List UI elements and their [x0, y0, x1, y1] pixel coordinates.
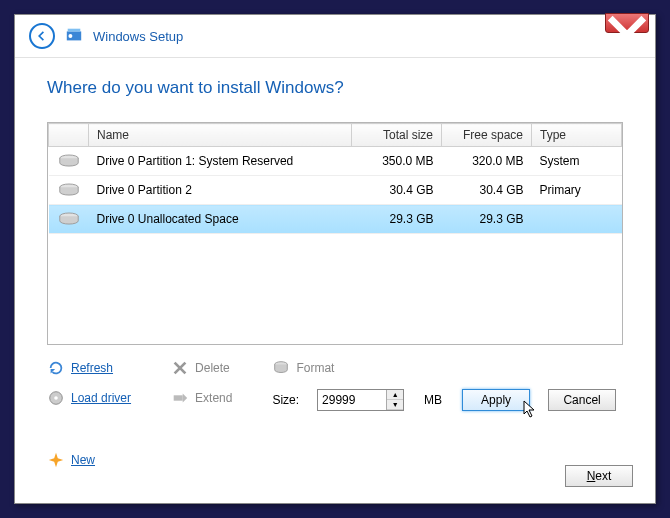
new-label: New	[71, 453, 95, 467]
size-spinner[interactable]: ▲ ▼	[317, 389, 404, 411]
refresh-icon	[47, 359, 65, 377]
row-icon	[49, 176, 89, 205]
window-title: Windows Setup	[93, 29, 183, 44]
close-button[interactable]	[605, 13, 649, 33]
disc-icon	[47, 389, 65, 407]
table-row[interactable]: Drive 0 Partition 230.4 GB30.4 GBPrimary	[49, 176, 622, 205]
col-icon	[49, 124, 89, 147]
format-action: Format	[272, 359, 616, 377]
row-total: 30.4 GB	[352, 176, 442, 205]
svg-rect-2	[68, 28, 81, 31]
setup-icon	[65, 26, 83, 47]
page-heading: Where do you want to install Windows?	[47, 78, 623, 98]
refresh-action[interactable]: Refresh	[47, 359, 131, 377]
size-input[interactable]	[318, 390, 386, 410]
next-rest: ext	[595, 469, 611, 483]
col-free[interactable]: Free space	[442, 124, 532, 147]
back-button[interactable]	[29, 23, 55, 49]
row-name: Drive 0 Partition 2	[89, 176, 352, 205]
svg-point-1	[68, 33, 72, 37]
table-row[interactable]: Drive 0 Partition 1: System Reserved350.…	[49, 147, 622, 176]
body: Where do you want to install Windows? Na…	[15, 58, 655, 479]
cancel-button[interactable]: Cancel	[548, 389, 616, 411]
row-total: 350.0 MB	[352, 147, 442, 176]
footer: Next	[565, 465, 633, 487]
delete-icon	[171, 359, 189, 377]
size-down[interactable]: ▼	[387, 400, 403, 410]
load-driver-action[interactable]: Load driver	[47, 389, 131, 407]
actions: Refresh Load driver Delete Extend	[47, 359, 623, 469]
col-type[interactable]: Type	[532, 124, 622, 147]
delete-action: Delete	[171, 359, 232, 377]
table-empty-area	[48, 234, 622, 344]
next-button[interactable]: Next	[565, 465, 633, 487]
drive-icon	[272, 359, 290, 377]
new-action[interactable]: New	[47, 451, 95, 469]
table-row[interactable]: Drive 0 Unallocated Space29.3 GB29.3 GB	[49, 205, 622, 234]
refresh-label: Refresh	[71, 361, 113, 375]
row-type	[532, 205, 622, 234]
extend-action: Extend	[171, 389, 232, 407]
size-unit: MB	[424, 393, 442, 407]
arrow-left-icon	[35, 29, 49, 43]
size-up[interactable]: ▲	[387, 390, 403, 400]
row-icon	[49, 205, 89, 234]
col-name[interactable]: Name	[89, 124, 352, 147]
row-type: System	[532, 147, 622, 176]
size-label: Size:	[272, 393, 299, 407]
svg-rect-8	[174, 395, 183, 400]
row-free: 29.3 GB	[442, 205, 532, 234]
header: Windows Setup	[15, 15, 655, 58]
row-total: 29.3 GB	[352, 205, 442, 234]
col-total[interactable]: Total size	[352, 124, 442, 147]
window: Windows Setup Where do you want to insta…	[14, 14, 656, 504]
extend-label: Extend	[195, 391, 232, 405]
row-type: Primary	[532, 176, 622, 205]
row-icon	[49, 147, 89, 176]
partition-table[interactable]: Name Total size Free space Type Drive 0 …	[47, 122, 623, 345]
format-label: Format	[296, 361, 334, 375]
new-icon	[47, 451, 65, 469]
row-free: 320.0 MB	[442, 147, 532, 176]
row-free: 30.4 GB	[442, 176, 532, 205]
load-driver-label: Load driver	[71, 391, 131, 405]
row-name: Drive 0 Unallocated Space	[89, 205, 352, 234]
svg-point-7	[54, 396, 58, 400]
row-name: Drive 0 Partition 1: System Reserved	[89, 147, 352, 176]
close-icon	[606, 14, 648, 56]
extend-icon	[171, 389, 189, 407]
apply-button[interactable]: Apply	[462, 389, 530, 411]
delete-label: Delete	[195, 361, 230, 375]
